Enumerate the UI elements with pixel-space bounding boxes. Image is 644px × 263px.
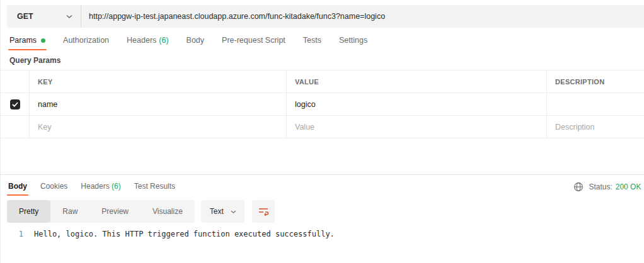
wrap-text-button[interactable]	[252, 200, 275, 223]
tab-body[interactable]: Body	[187, 36, 205, 50]
method-label: GET	[17, 12, 33, 21]
view-mode-preview[interactable]: Preview	[89, 200, 141, 223]
new-value-field[interactable]: Value	[287, 116, 547, 138]
request-response-divider	[1, 174, 644, 175]
status-value: 200 OK	[616, 182, 641, 191]
new-description-field[interactable]: Description	[547, 116, 644, 138]
response-tab-headers[interactable]: Headers (6)	[81, 182, 120, 196]
tab-pre-request-script[interactable]: Pre-request Script	[222, 36, 285, 50]
check-icon	[12, 102, 18, 107]
response-body-viewer: 1 Hello, logico. This HTTP triggered fun…	[1, 230, 644, 238]
tab-settings-label: Settings	[339, 36, 367, 45]
line-number: 1	[1, 230, 23, 238]
method-select[interactable]: GET	[7, 5, 81, 28]
response-tabs: Body Cookies Headers (6) Test Results	[8, 182, 175, 196]
response-tab-body[interactable]: Body	[8, 182, 27, 196]
query-params-table: KEY VALUE DESCRIPTION name logico Key Va…	[1, 70, 644, 138]
param-description-field[interactable]	[547, 93, 644, 115]
params-active-dot	[41, 38, 45, 43]
status-label: Status:	[589, 182, 612, 191]
header-checkbox-cell	[1, 70, 30, 92]
response-tab-test-results[interactable]: Test Results	[134, 182, 175, 196]
row-checkbox-checked[interactable]	[10, 99, 20, 109]
wrap-text-icon	[258, 206, 269, 216]
response-tab-cookies-label: Cookies	[40, 182, 67, 191]
tab-headers-count: (6)	[159, 36, 168, 45]
tab-tests[interactable]: Tests	[303, 36, 321, 50]
header-key: KEY	[30, 70, 287, 92]
response-header: Body Cookies Headers (6) Test Results St…	[8, 182, 644, 196]
table-header-row: KEY VALUE DESCRIPTION	[1, 70, 644, 93]
tab-headers[interactable]: Headers (6)	[127, 36, 169, 50]
view-mode-visualize[interactable]: Visualize	[141, 200, 195, 223]
tab-pre-request-script-label: Pre-request Script	[222, 36, 285, 45]
tab-authorization-label: Authorization	[63, 36, 109, 45]
placeholder-checkbox-cell	[1, 116, 30, 138]
view-mode-raw[interactable]: Raw	[50, 200, 89, 223]
response-toolbar: Pretty Raw Preview Visualize Text	[7, 200, 644, 223]
header-value: VALUE	[287, 70, 547, 92]
param-value-field[interactable]: logico	[287, 93, 547, 115]
tab-authorization[interactable]: Authorization	[63, 36, 109, 50]
url-row: GET http://appgw-ip-test.japaneast.cloud…	[7, 5, 644, 28]
response-status-area: Status: 200 OK Ti	[573, 182, 644, 192]
response-tab-body-label: Body	[8, 182, 27, 191]
tab-params[interactable]: Params	[9, 36, 45, 50]
response-tab-headers-label: Headers	[81, 182, 109, 191]
response-tab-headers-count: (6)	[112, 182, 121, 191]
query-params-title: Query Params	[9, 56, 644, 65]
header-description: DESCRIPTION	[547, 70, 644, 92]
tab-body-label: Body	[187, 36, 205, 45]
response-tab-test-results-label: Test Results	[134, 182, 175, 191]
globe-icon[interactable]	[573, 182, 584, 192]
response-body-text: Hello, logico. This HTTP triggered funct…	[34, 230, 335, 238]
view-mode-switcher: Pretty Raw Preview Visualize	[7, 200, 195, 223]
request-tabs: Params Authorization Headers (6) Body Pr…	[9, 36, 644, 50]
tab-settings[interactable]: Settings	[339, 36, 367, 50]
new-key-field[interactable]: Key	[30, 116, 287, 138]
response-format-select[interactable]: Text	[201, 200, 244, 223]
tab-params-label: Params	[9, 36, 37, 45]
param-key-field[interactable]: name	[30, 93, 287, 115]
table-row: name logico	[1, 93, 644, 116]
tab-headers-label: Headers	[127, 36, 156, 45]
postman-request-view: GET http://appgw-ip-test.japaneast.cloud…	[0, 0, 644, 263]
response-tab-cookies[interactable]: Cookies	[40, 182, 67, 196]
url-input[interactable]: http://appgw-ip-test.japaneast.cloudapp.…	[81, 5, 644, 28]
response-format-value: Text	[210, 207, 224, 216]
request-body-empty-area	[1, 138, 644, 174]
tab-tests-label: Tests	[303, 36, 321, 45]
view-mode-pretty[interactable]: Pretty	[7, 200, 50, 223]
table-placeholder-row: Key Value Description	[1, 116, 644, 138]
chevron-down-icon	[230, 210, 237, 214]
chevron-down-icon	[66, 14, 73, 19]
